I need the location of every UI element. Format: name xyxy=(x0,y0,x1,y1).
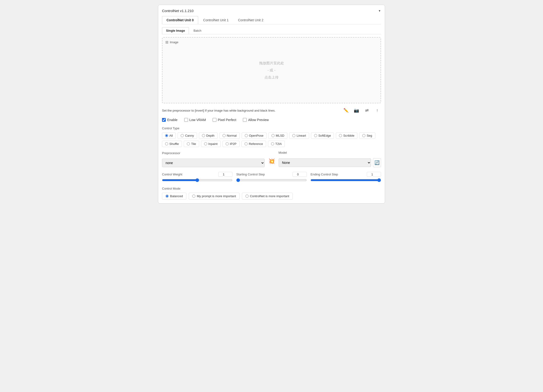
control-weight-value[interactable] xyxy=(218,172,232,177)
ending-control-col: Ending Control Step xyxy=(311,172,381,182)
camera-icon[interactable]: 📷 xyxy=(353,107,360,114)
tab-unit-2[interactable]: ControlNet Unit 2 xyxy=(234,16,268,24)
image-drop-area[interactable]: ⊠ Image 拖放图片至此处 - 或 - 点击上传 xyxy=(162,37,381,103)
control-mode-radio-2[interactable] xyxy=(245,195,249,198)
checkbox-enable-input[interactable] xyxy=(162,118,166,122)
control-mode-radio-1[interactable] xyxy=(192,195,195,198)
drop-line3: 点击上传 xyxy=(259,74,284,81)
control-weight-col: Control Weight xyxy=(162,172,232,182)
checkbox-allow-preview-input[interactable] xyxy=(243,118,247,122)
model-select[interactable]: None xyxy=(279,158,371,167)
checkbox-pixel-perfect-input[interactable] xyxy=(213,118,216,122)
control-type-label-ip2p: IP2P xyxy=(230,142,237,146)
tab-unit-0[interactable]: ControlNet Unit 0 xyxy=(162,16,198,24)
control-type-radio-softedge[interactable] xyxy=(314,134,317,137)
control-type-radio-t2ia[interactable] xyxy=(271,142,274,146)
panel-header: ControlNet v1.1.210 ▼ xyxy=(162,9,381,13)
control-mode-option-0[interactable]: Balanced xyxy=(162,193,186,200)
control-mode-radio-0[interactable] xyxy=(165,195,169,198)
control-type-label-depth: Depth xyxy=(206,134,215,137)
control-type-radio-shuffle[interactable] xyxy=(165,142,168,146)
control-type-option-t2ia[interactable]: T2IA xyxy=(268,141,285,147)
control-type-option-ip2p[interactable]: IP2P xyxy=(223,141,240,147)
checkbox-low-vram[interactable]: Low VRAM xyxy=(184,118,206,122)
control-type-radio-lineart[interactable] xyxy=(292,134,295,137)
panel-title: ControlNet v1.1.210 xyxy=(162,9,193,13)
tab-unit-1[interactable]: ControlNet Unit 1 xyxy=(199,16,233,24)
model-row: Preprocessor none 💥 Model None 🔄 xyxy=(162,151,381,167)
refresh-button[interactable]: 🔄 xyxy=(373,158,381,167)
starting-control-slider[interactable] xyxy=(236,178,307,182)
model-select-row: None 🔄 xyxy=(279,158,381,167)
control-type-label-inpaint: Inpaint xyxy=(208,142,218,146)
checkboxes-row: Enable Low VRAM Pixel Perfect Allow Prev… xyxy=(162,118,381,122)
control-type-radio-scribble[interactable] xyxy=(339,134,342,137)
control-type-radio-normal[interactable] xyxy=(223,134,226,137)
swap-icon[interactable]: ⇌ xyxy=(363,107,371,114)
control-type-option-canny[interactable]: Canny xyxy=(178,132,197,139)
checkbox-pixel-perfect[interactable]: Pixel Perfect xyxy=(213,118,237,122)
control-type-option-mlsd[interactable]: MLSD xyxy=(268,132,287,139)
control-type-option-softedge[interactable]: SoftEdge xyxy=(311,132,334,139)
edit-icon[interactable]: ✏️ xyxy=(342,107,350,114)
control-type-radio-ip2p[interactable] xyxy=(226,142,229,146)
control-type-radio-depth[interactable] xyxy=(202,134,205,137)
checkbox-enable[interactable]: Enable xyxy=(162,118,178,122)
connect-icon-wrapper: 💥 xyxy=(268,158,275,167)
checkbox-enable-label: Enable xyxy=(167,118,178,122)
control-mode-label-2: ControlNet is more important xyxy=(250,194,289,198)
panel-dropdown-icon[interactable]: ▼ xyxy=(378,9,381,12)
control-type-option-tile[interactable]: Tile xyxy=(184,141,199,147)
control-type-option-all[interactable]: All xyxy=(162,132,176,139)
control-weight-label: Control Weight xyxy=(162,173,182,176)
control-type-option-inpaint[interactable]: Inpaint xyxy=(201,141,221,147)
control-type-radio-reference[interactable] xyxy=(244,142,248,146)
control-mode-option-1[interactable]: My prompt is more important xyxy=(189,193,239,200)
control-type-option-reference[interactable]: Reference xyxy=(242,141,266,147)
preprocessor-col: Preprocessor none xyxy=(162,151,265,167)
preprocessor-select[interactable]: none xyxy=(162,159,265,167)
checkbox-allow-preview[interactable]: Allow Preview xyxy=(243,118,269,122)
control-type-option-depth[interactable]: Depth xyxy=(199,132,218,139)
drop-text: 拖放图片至此处 - 或 - 点击上传 xyxy=(259,60,284,81)
control-type-option-lineart[interactable]: Lineart xyxy=(289,132,309,139)
checkbox-low-vram-input[interactable] xyxy=(184,118,188,122)
control-type-option-shuffle[interactable]: Shuffle xyxy=(162,141,182,147)
connect-icon[interactable]: 💥 xyxy=(268,158,275,166)
instructions-text: Set the preprocessor to [invert] If your… xyxy=(162,109,276,112)
control-mode-label-1: My prompt is more important xyxy=(197,194,236,198)
control-type-radio-inpaint[interactable] xyxy=(204,142,207,146)
upload-icon[interactable]: ↑ xyxy=(373,107,381,114)
control-weight-header: Control Weight xyxy=(162,172,232,177)
checkbox-pixel-perfect-label: Pixel Perfect xyxy=(218,118,237,122)
sub-tab-single-image[interactable]: Single Image xyxy=(162,27,189,34)
control-type-radio-mlsd[interactable] xyxy=(272,134,275,137)
starting-control-value[interactable] xyxy=(293,172,307,177)
main-tab-bar: ControlNet Unit 0 ControlNet Unit 1 Cont… xyxy=(162,16,381,24)
control-type-label: Control Type xyxy=(162,127,381,130)
control-type-label-softedge: SoftEdge xyxy=(318,134,331,137)
control-type-option-openpose[interactable]: OpenPose xyxy=(242,132,266,139)
ending-control-label: Ending Control Step xyxy=(311,173,338,176)
control-type-label-t2ia: T2IA xyxy=(275,142,282,146)
ending-control-slider[interactable] xyxy=(311,178,381,182)
ending-control-value[interactable] xyxy=(367,172,381,177)
control-type-radio-openpose[interactable] xyxy=(245,134,248,137)
controlnet-panel: ControlNet v1.1.210 ▼ ControlNet Unit 0 … xyxy=(158,5,385,204)
sub-tab-batch[interactable]: Batch xyxy=(189,27,205,34)
starting-control-col: Starting Control Step xyxy=(236,172,307,182)
control-weight-slider[interactable] xyxy=(162,178,232,182)
image-label: ⊠ Image xyxy=(165,40,178,45)
checkbox-low-vram-label: Low VRAM xyxy=(189,118,206,122)
control-mode-option-2[interactable]: ControlNet is more important xyxy=(242,193,293,200)
control-type-option-seg[interactable]: Seg xyxy=(359,132,375,139)
control-type-option-scribble[interactable]: Scribble xyxy=(336,132,357,139)
control-type-radio-seg[interactable] xyxy=(362,134,365,137)
image-label-text: Image xyxy=(170,40,178,44)
control-type-radio-all[interactable] xyxy=(165,134,168,137)
control-type-label-mlsd: MLSD xyxy=(276,134,284,137)
control-type-label-tile: Tile xyxy=(191,142,196,146)
control-type-option-normal[interactable]: Normal xyxy=(220,132,240,139)
control-type-radio-tile[interactable] xyxy=(187,142,190,146)
control-type-radio-canny[interactable] xyxy=(181,134,184,137)
